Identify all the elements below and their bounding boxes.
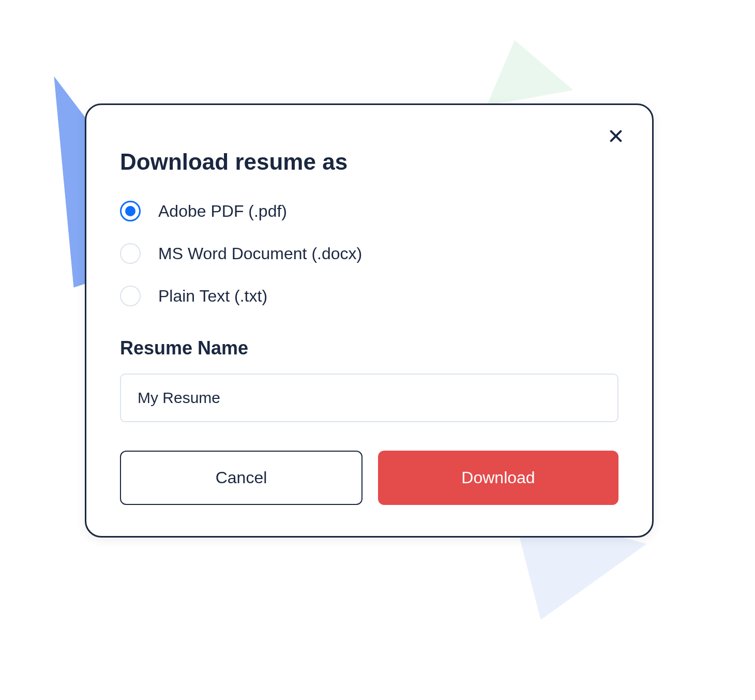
decorative-triangle-mint xyxy=(476,32,573,106)
close-button[interactable] xyxy=(606,126,626,146)
radio-icon xyxy=(120,286,141,306)
download-button[interactable]: Download xyxy=(378,451,618,505)
format-label: Adobe PDF (.pdf) xyxy=(158,202,287,221)
format-label: Plain Text (.txt) xyxy=(158,287,267,306)
format-label: MS Word Document (.docx) xyxy=(158,244,362,263)
format-radio-group: Adobe PDF (.pdf) MS Word Document (.docx… xyxy=(120,201,618,306)
format-option-docx[interactable]: MS Word Document (.docx) xyxy=(120,243,618,264)
cancel-button[interactable]: Cancel xyxy=(120,451,363,505)
close-icon xyxy=(608,128,624,144)
radio-icon xyxy=(120,201,141,221)
download-resume-modal: Download resume as Adobe PDF (.pdf) MS W… xyxy=(85,103,654,538)
format-option-pdf[interactable]: Adobe PDF (.pdf) xyxy=(120,201,618,221)
radio-icon xyxy=(120,243,141,264)
resume-name-label: Resume Name xyxy=(120,337,618,359)
button-row: Cancel Download xyxy=(120,451,618,505)
resume-name-input[interactable] xyxy=(120,374,618,422)
modal-title: Download resume as xyxy=(120,149,618,175)
format-option-txt[interactable]: Plain Text (.txt) xyxy=(120,286,618,306)
